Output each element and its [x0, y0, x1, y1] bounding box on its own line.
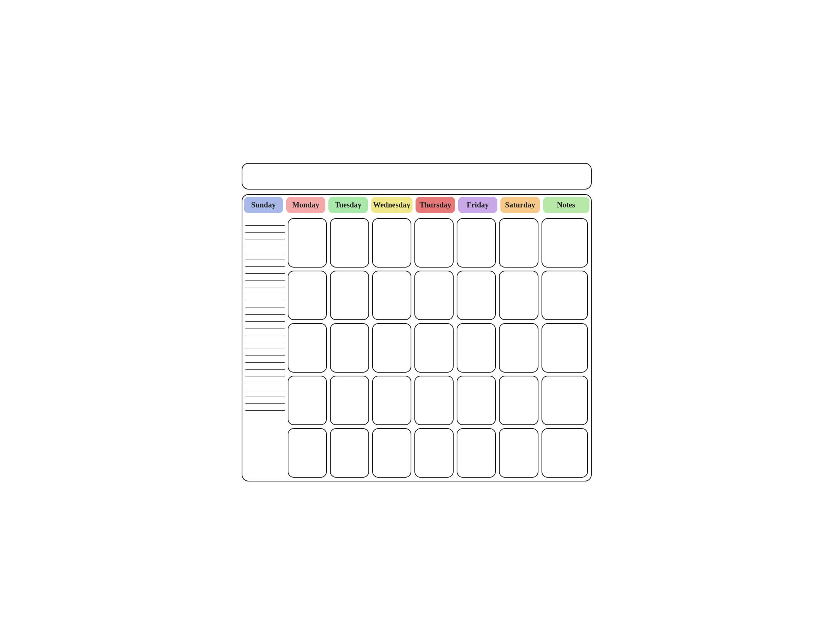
notes-line: [246, 322, 285, 328]
calendar-wrapper: Sunday Monday Tuesday Wednesday Thursday…: [242, 194, 592, 481]
day-cell[interactable]: [415, 323, 453, 373]
header-wednesday: Wednesday: [371, 197, 413, 213]
day-cell[interactable]: [372, 323, 412, 373]
day-cell[interactable]: [372, 376, 412, 425]
day-cell[interactable]: [499, 218, 538, 267]
day-cell[interactable]: [415, 270, 453, 320]
notes-line: [246, 390, 285, 397]
day-cell[interactable]: [330, 323, 369, 373]
header-notes: Notes: [543, 197, 589, 213]
notes-line: [246, 280, 285, 287]
header-sunday: Sunday: [244, 197, 283, 213]
notes-column[interactable]: [244, 217, 286, 479]
header-thursday: Thursday: [416, 197, 455, 213]
day-cell[interactable]: [330, 376, 369, 425]
calendar-page: Sunday Monday Tuesday Wednesday Thursday…: [234, 155, 599, 489]
day-cell[interactable]: [499, 270, 538, 320]
day-cell[interactable]: [542, 376, 588, 425]
day-cell[interactable]: [288, 218, 327, 267]
day-cell[interactable]: [457, 376, 496, 425]
notes-line: [246, 267, 285, 274]
notes-line: [246, 219, 285, 226]
notes-line: [246, 260, 285, 267]
notes-line: [246, 356, 285, 363]
title-bar[interactable]: [242, 163, 592, 190]
notes-line: [246, 287, 285, 294]
day-cell[interactable]: [288, 428, 327, 478]
notes-line: [246, 308, 285, 315]
day-cell[interactable]: [330, 270, 369, 320]
notes-line: [246, 404, 285, 411]
notes-line: [246, 342, 285, 349]
notes-line: [246, 233, 285, 240]
day-cell[interactable]: [288, 270, 327, 320]
day-cell[interactable]: [330, 218, 369, 267]
notes-line: [246, 274, 285, 280]
notes-line: [246, 377, 285, 383]
calendar-grid: [243, 215, 591, 481]
notes-line: [246, 315, 285, 322]
notes-line: [246, 370, 285, 377]
day-cell[interactable]: [457, 428, 496, 478]
header-monday: Monday: [286, 197, 325, 213]
notes-line: [246, 383, 285, 390]
day-cell[interactable]: [499, 428, 538, 478]
day-cell[interactable]: [288, 376, 327, 425]
day-cell[interactable]: [288, 323, 327, 373]
notes-line: [246, 335, 285, 342]
day-cell[interactable]: [415, 428, 453, 478]
day-headers: Sunday Monday Tuesday Wednesday Thursday…: [243, 195, 591, 215]
header-tuesday: Tuesday: [328, 197, 368, 213]
day-cell[interactable]: [457, 218, 496, 267]
day-cell[interactable]: [499, 323, 538, 373]
day-cell[interactable]: [542, 270, 588, 320]
header-saturday: Saturday: [500, 197, 540, 213]
notes-line: [246, 294, 285, 301]
day-cell[interactable]: [415, 376, 453, 425]
day-cell[interactable]: [415, 218, 453, 267]
day-cell[interactable]: [542, 218, 588, 267]
day-cell[interactable]: [372, 428, 412, 478]
notes-line: [246, 349, 285, 356]
day-cell[interactable]: [542, 323, 588, 373]
notes-line: [246, 226, 285, 233]
notes-line: [246, 363, 285, 370]
notes-line: [246, 301, 285, 308]
day-cell[interactable]: [457, 270, 496, 320]
notes-line: [246, 246, 285, 253]
day-cell[interactable]: [372, 218, 412, 267]
day-cell[interactable]: [457, 323, 496, 373]
notes-line: [246, 253, 285, 260]
header-friday: Friday: [458, 197, 497, 213]
notes-line: [246, 397, 285, 404]
notes-line: [246, 328, 285, 335]
day-cell[interactable]: [499, 376, 538, 425]
day-cell[interactable]: [330, 428, 369, 478]
day-cell[interactable]: [372, 270, 412, 320]
day-cell[interactable]: [542, 428, 588, 478]
notes-line: [246, 240, 285, 246]
